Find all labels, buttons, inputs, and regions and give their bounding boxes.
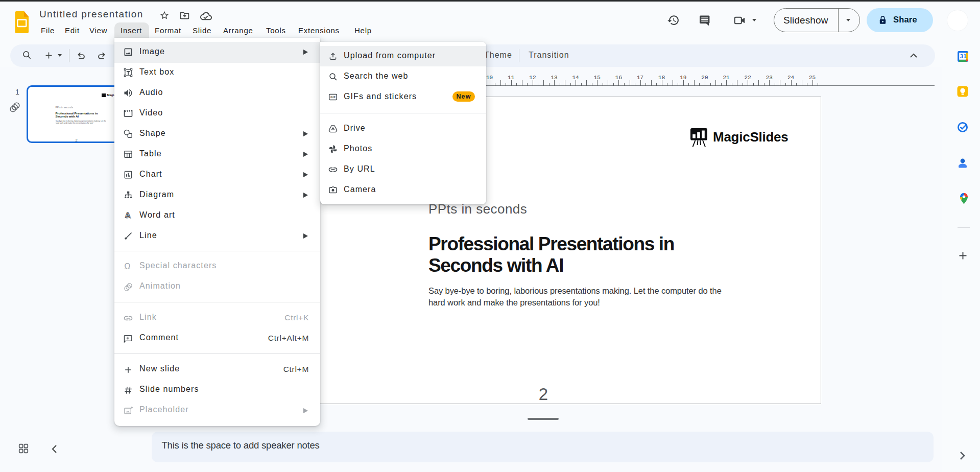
svg-text:A: A [125, 211, 130, 219]
svg-text:Ω: Ω [124, 262, 130, 271]
svg-text:31: 31 [960, 53, 967, 59]
svg-text:GIF: GIF [330, 96, 335, 99]
